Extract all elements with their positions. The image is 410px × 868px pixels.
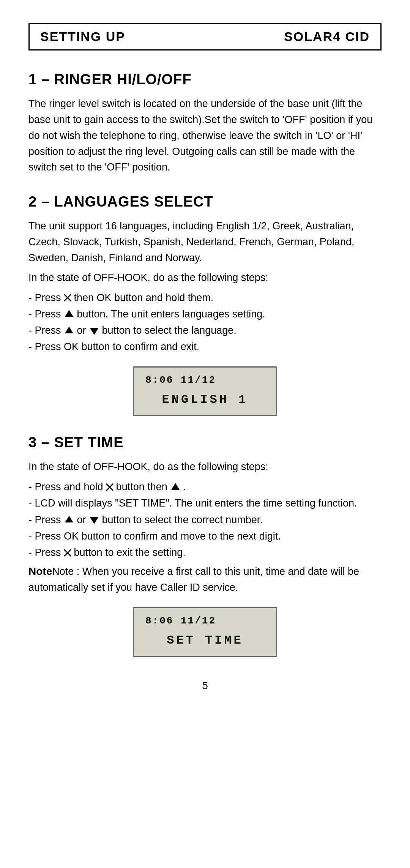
x-icon: [63, 549, 72, 557]
section3-heading: 3 – SET TIME: [28, 434, 382, 451]
step-item: - Press and hold button then .: [28, 479, 382, 495]
header-right: SOLAR4 CID: [284, 29, 370, 44]
up-arrow-icon: [63, 516, 75, 523]
lcd-top-row: 8:06 11/12: [145, 615, 265, 627]
lcd-main-row: ENGLISH 1: [145, 393, 265, 407]
note-label: Note: [28, 565, 52, 577]
step-item: - Press then OK button and hold them.: [28, 290, 382, 306]
lcd-display-set-time: 8:06 11/12 SET TIME: [133, 607, 277, 657]
note-text: NoteNote : When you receive a first call…: [28, 563, 382, 596]
step-item: - Press or button to select the language…: [28, 322, 382, 339]
note-body: Note : When you receive a first call to …: [28, 566, 359, 593]
section-languages: 2 – LANGUAGES SELECT The unit support 16…: [28, 194, 382, 416]
section3-steps: - Press and hold button then . - LCD wil…: [28, 479, 382, 561]
up-arrow-icon: [170, 484, 181, 491]
section-ringer: 1 – RINGER HI/LO/OFF The ringer level sw…: [28, 71, 382, 175]
lcd-display-languages: 8:06 11/12 ENGLISH 1: [133, 366, 277, 416]
section1-body: The ringer level switch is located on th…: [28, 96, 382, 175]
section2-heading: 2 – LANGUAGES SELECT: [28, 194, 382, 210]
header-bar: SETTING UP SOLAR4 CID: [28, 23, 382, 51]
step-item: - Press OK button to confirm and move to…: [28, 528, 382, 544]
section3-state-line: In the state of OFF-HOOK, do as the foll…: [28, 459, 382, 475]
step-item: - Press button to exit the setting.: [28, 544, 382, 561]
step-item: - Press button. The unit enters language…: [28, 306, 382, 322]
down-arrow-icon: [88, 516, 100, 523]
up-arrow-icon: [63, 327, 75, 334]
x-icon: [63, 294, 72, 302]
x-icon: [106, 483, 114, 491]
section2-intro: The unit support 16 languages, including…: [28, 218, 382, 266]
lcd-top-row: 8:06 11/12: [145, 374, 265, 386]
step-item: - LCD will displays "SET TIME". The unit…: [28, 495, 382, 511]
down-arrow-icon: [88, 327, 100, 334]
step-item: - Press or button to select the correct …: [28, 512, 382, 528]
lcd-main-row: SET TIME: [145, 633, 265, 647]
section-set-time: 3 – SET TIME In the state of OFF-HOOK, d…: [28, 434, 382, 657]
page-number: 5: [28, 680, 382, 692]
header-left: SETTING UP: [40, 29, 125, 44]
page-container: SETTING UP SOLAR4 CID 1 – RINGER HI/LO/O…: [0, 0, 410, 868]
section2-steps: - Press then OK button and hold them. - …: [28, 290, 382, 355]
up-arrow-icon: [63, 311, 75, 317]
section1-heading: 1 – RINGER HI/LO/OFF: [28, 71, 382, 88]
section2-state-line: In the state of OFF-HOOK, do as the foll…: [28, 270, 382, 286]
step-item: - Press OK button to confirm and exit.: [28, 339, 382, 355]
